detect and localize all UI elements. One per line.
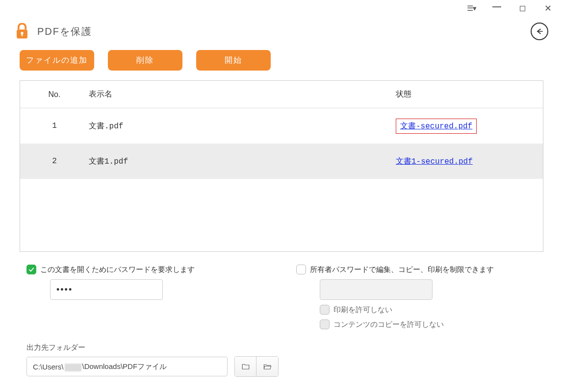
browse-folder-button[interactable]	[235, 357, 256, 376]
open-folder-button[interactable]	[256, 357, 278, 376]
maximize-button[interactable]	[515, 1, 530, 16]
redacted-segment	[65, 364, 81, 371]
col-no: No.	[20, 90, 89, 99]
output-section: 出力先フォルダー C:\Users\\Downloads\PDFファイル	[0, 329, 563, 377]
status-link[interactable]: 文書1-secured.pdf	[396, 157, 473, 166]
col-status: 状態	[396, 89, 543, 99]
cell-name: 文書1.pdf	[89, 156, 396, 167]
delete-button[interactable]: 削除	[108, 50, 182, 71]
cell-no: 2	[20, 157, 89, 166]
disallow-copy-checkbox[interactable]	[320, 319, 330, 329]
disallow-copy-label: コンテンツのコピーを許可しない	[333, 320, 444, 329]
owner-password-label: 所有者パスワードで編集、コピー、印刷を制限できます	[310, 265, 494, 274]
table-header: No. 表示名 状態	[20, 81, 543, 108]
open-password-label: この文書を開くためにパスワードを要求します	[40, 265, 195, 274]
minimize-button[interactable]: —	[489, 0, 504, 14]
file-table: No. 表示名 状態 1 文書.pdf 文書-secured.pdf 2 文書1…	[20, 80, 543, 252]
disallow-print-label: 印刷を許可しない	[333, 305, 392, 315]
close-button[interactable]: ✕	[540, 1, 555, 16]
open-password-input[interactable]: ••••	[50, 279, 163, 300]
toolbar: ファイルの追加 削除 開始	[0, 50, 563, 80]
status-link[interactable]: 文書-secured.pdf	[396, 119, 477, 134]
page-header: PDFを保護	[0, 17, 563, 50]
col-name: 表示名	[89, 89, 396, 99]
table-row[interactable]: 2 文書1.pdf 文書1-secured.pdf	[20, 144, 543, 179]
output-path-input[interactable]: C:\Users\\Downloads\PDFファイル	[26, 357, 228, 376]
menu-icon[interactable]: ☰▾	[464, 1, 479, 16]
owner-password-input[interactable]	[320, 279, 433, 300]
owner-password-checkbox[interactable]	[296, 265, 306, 274]
open-password-checkbox[interactable]	[26, 265, 36, 274]
start-button[interactable]: 開始	[196, 50, 271, 71]
lock-icon	[15, 23, 29, 40]
svg-rect-2	[22, 34, 23, 36]
page-title: PDFを保護	[37, 25, 92, 38]
back-button[interactable]	[531, 23, 548, 40]
window-titlebar: ☰▾ — ✕	[0, 0, 563, 17]
add-file-button[interactable]: ファイルの追加	[20, 50, 94, 71]
cell-name: 文書.pdf	[89, 121, 396, 131]
disallow-print-checkbox[interactable]	[320, 305, 330, 315]
table-row[interactable]: 1 文書.pdf 文書-secured.pdf	[20, 108, 543, 144]
cell-no: 1	[20, 122, 89, 130]
options-panel: この文書を開くためにパスワードを要求します •••• 所有者パスワードで編集、コ…	[0, 252, 563, 329]
output-folder-label: 出力先フォルダー	[26, 343, 537, 352]
